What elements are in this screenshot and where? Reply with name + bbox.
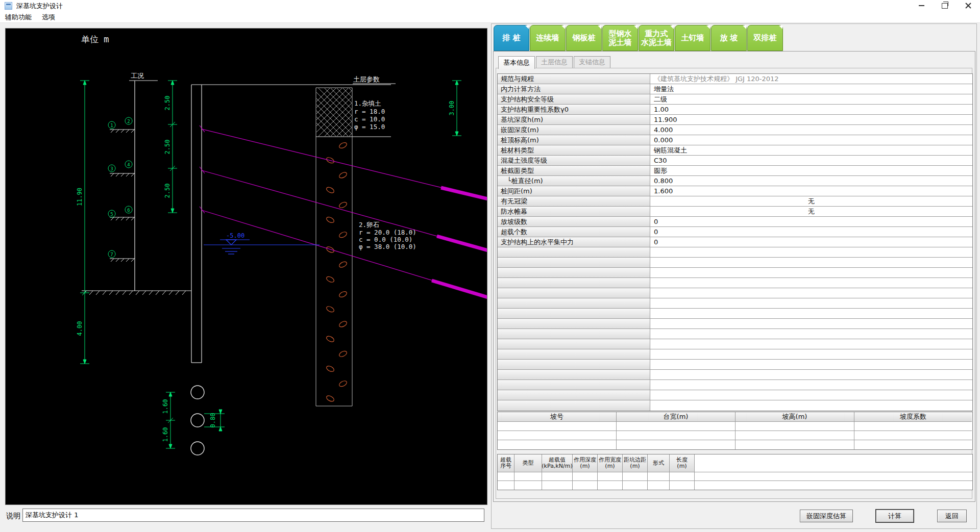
surcharge-cell[interactable] [573,472,598,481]
svg-text:2.50: 2.50 [164,96,171,111]
support-tab-2[interactable]: 钢板桩 [566,25,602,51]
support-tab-label: 连续墙 [536,34,559,42]
property-value[interactable]: 0 [650,237,972,247]
support-tab-6[interactable]: 放 坡 [711,25,747,51]
slope-cell[interactable] [498,440,617,449]
property-value[interactable]: 钢筋混凝土 [650,145,972,155]
property-value[interactable]: 1.600 [650,186,972,196]
description-input[interactable] [22,509,484,522]
calculate-button[interactable]: 计算 [876,510,914,522]
surcharge-cell[interactable] [623,481,648,490]
drawing-canvas[interactable]: -5.00 11.90 [5,28,487,505]
surcharge-cell[interactable] [514,472,542,481]
svg-text:φ = 15.0: φ = 15.0 [354,123,385,131]
property-value[interactable]: 0.000 [650,135,972,145]
property-value[interactable]: 0 [650,217,972,226]
surcharge-cell[interactable] [670,472,695,481]
title-bar: 深基坑支护设计 [0,0,980,11]
slope-cell[interactable] [854,431,972,440]
menu-item-options[interactable]: 选项 [37,11,60,23]
property-row-empty [498,247,972,258]
property-row: 规范与规程《建筑基坑支护技术规程》 JGJ 120-2012 [498,74,972,84]
surcharge-cell[interactable] [648,472,670,481]
soil2-name: 2.卵石 [359,221,380,229]
slope-header-cell: 坡号 [498,412,617,422]
menu-item-aux[interactable]: 辅助功能 [0,11,37,23]
support-tab-3[interactable]: 型钢水 泥土墙 [602,25,638,51]
surcharge-cell[interactable] [623,472,648,481]
svg-text:2.50: 2.50 [164,184,171,198]
property-value-empty [650,390,972,400]
window-title: 深基坑支护设计 [16,2,63,11]
slope-cell[interactable] [854,440,972,449]
property-value[interactable]: 无 [650,196,972,206]
property-row-empty [498,390,972,400]
property-value[interactable]: 1.00 [650,105,972,114]
slope-cell[interactable] [736,440,854,449]
surcharge-cell[interactable] [598,472,623,481]
slope-header-cell: 坡度系数 [854,412,972,422]
property-value-empty [650,258,972,267]
property-value[interactable]: 0.800 [650,176,972,186]
property-value-empty [650,268,972,277]
svg-text:φ = 38.0 (10.0): φ = 38.0 (10.0) [359,243,416,250]
app-window: 深基坑支护设计 辅助功能选项 [0,0,980,532]
property-value[interactable]: 11.900 [650,115,972,124]
slope-cell[interactable] [617,422,736,431]
surcharge-cell[interactable] [598,481,623,490]
cad-drawing: -5.00 11.90 [6,29,487,504]
surcharge-row [498,472,972,481]
property-row: 支护结构上的水平集中力0 [498,237,972,247]
return-button[interactable]: 返回 [937,510,967,522]
support-tab-4[interactable]: 重力式 水泥土墙 [639,25,674,51]
slope-cell[interactable] [736,431,854,440]
embed-depth-estimate-button[interactable]: 嵌固深度估算 [800,510,853,522]
restore-icon[interactable] [933,0,957,11]
support-tab-1[interactable]: 连续墙 [530,25,566,51]
property-label-empty [498,298,650,308]
support-tab-5[interactable]: 土钉墙 [675,25,710,51]
surcharge-cell[interactable] [514,481,542,490]
slope-cell[interactable] [498,431,617,440]
surcharge-cell[interactable] [542,472,573,481]
minimize-icon[interactable] [910,0,933,11]
surcharge-cell[interactable] [498,472,514,481]
property-label: 桩截面类型 [498,166,650,175]
surcharge-row-filler [695,472,972,481]
slope-row [498,440,972,449]
property-row-empty [498,288,972,298]
info-tab-0[interactable]: 基本信息 [498,56,535,69]
slope-cell[interactable] [617,431,736,440]
property-value[interactable]: 增量法 [650,84,972,94]
property-value-empty [650,329,972,339]
slope-cell[interactable] [736,422,854,431]
property-value[interactable]: 4.000 [650,125,972,135]
surcharge-cell[interactable] [648,481,670,490]
surcharge-header-cell: 长度 (m) [670,454,695,472]
property-row: 桩材料类型钢筋混凝土 [498,145,972,156]
close-icon[interactable] [957,0,980,11]
slope-cell[interactable] [498,422,617,431]
property-value[interactable]: 0 [650,227,972,237]
fill-soil-hatch [281,88,410,137]
surcharge-cell[interactable] [498,481,514,490]
property-value[interactable]: 《建筑基坑支护技术规程》 JGJ 120-2012 [650,74,972,84]
property-row: 桩间距(m)1.600 [498,186,972,196]
property-label: 防水帷幕 [498,207,650,216]
support-tab-label: 排 桩 [502,34,520,42]
slope-cell[interactable] [854,422,972,431]
property-value[interactable]: 二级 [650,94,972,104]
surcharge-cell[interactable] [670,481,695,490]
anchor-badge-number: 1 [110,123,113,128]
support-tab-7[interactable]: 双排桩 [747,25,783,51]
pile-plan-circles [191,386,204,455]
property-value[interactable]: C30 [650,156,972,165]
property-value[interactable]: 无 [650,207,972,216]
surcharge-cell[interactable] [542,481,573,490]
slope-cell[interactable] [617,440,736,449]
property-value[interactable]: 圆形 [650,166,972,175]
svg-text:r = 18.0: r = 18.0 [354,108,385,115]
surcharge-cell[interactable] [573,481,598,490]
menu-bar: 辅助功能选项 [0,11,980,23]
support-tab-0[interactable]: 排 桩 [494,25,529,51]
